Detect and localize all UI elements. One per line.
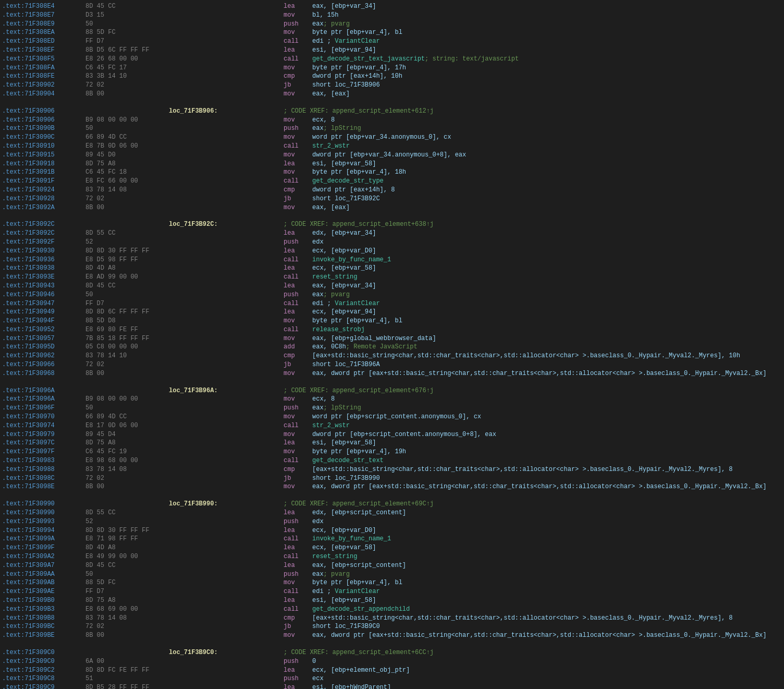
disasm-line[interactable]: .text:71F308E48D 45 CCleaeax, [ebp+var_3… [0, 2, 784, 11]
disasm-line[interactable]: .text:71F3091BC6 45 FC 18movbyte ptr [eb… [0, 168, 784, 177]
disasm-line[interactable]: .text:71F30952E8 69 80 FE FFcallrelease_… [0, 325, 784, 334]
disasm-line[interactable]: .text:71F3090C66 89 4D CCmovword ptr [eb… [0, 133, 784, 142]
disasm-line[interactable]: .text:71F309188D 75 A8leaesi, [ebp+var_5… [0, 160, 784, 168]
disasm-line[interactable]: .text:71F3097989 45 D4movdword ptr [ebp+… [0, 430, 784, 439]
disasm-line[interactable]: .text:71F3098883 78 14 08cmp[eax+std::ba… [0, 465, 784, 474]
disasm-line[interactable]: .text:71F309AEFF D7calledi ; VariantClea… [0, 587, 784, 596]
disasm-line[interactable]: .text:71F3099AE8 71 98 FF FFcallinvoke_b… [0, 535, 784, 543]
line-comment: ; pvarg [324, 291, 350, 298]
disasm-line[interactable]: .text:71F3096AB9 08 00 00 00movecx, 8 [0, 395, 784, 404]
disasm-line[interactable]: .text:71F3091589 45 D0movdword ptr [ebp+… [0, 151, 784, 160]
line-operands: eax; lpString [312, 124, 782, 133]
disasm-line[interactable]: .text:71F309AB88 5D FCmovbyte ptr [ebp+v… [0, 578, 784, 587]
line-addr: .text:71F30968 [2, 369, 85, 378]
disasm-line[interactable]: .text:71F309577B 85 18 FF FF FFmoveax, [… [0, 334, 784, 343]
disasm-line[interactable]: .text:71F308EDFF D7calledi ; VariantClea… [0, 37, 784, 46]
disasm-line[interactable]: .text:71F309C98D B5 28 FF FF FFleaesi, [… [0, 683, 784, 689]
disasm-line[interactable]: .text:71F3092872 02jbshort loc_71F3B92C [0, 195, 784, 203]
disasm-line[interactable] [0, 378, 784, 386]
disasm-line[interactable]: .text:71F30947FF D7calledi ; VariantClea… [0, 299, 784, 308]
disasm-line[interactable]: .text:71F309B3E8 68 69 00 00callget_deco… [0, 605, 784, 614]
disasm-line[interactable]: .text:71F3096Aloc_71F3B96A:; CODE XREF: … [0, 386, 784, 395]
line-bytes: 89 45 D0 [85, 151, 169, 160]
disasm-line[interactable]: .text:71F3098E8B 00moveax, dword ptr [ea… [0, 482, 784, 491]
disasm-line[interactable]: .text:71F3090272 02jbshort loc_71F3B906 [0, 81, 784, 90]
line-operands: get_decode_str_text_javascript; string: … [312, 55, 782, 64]
disasm-line[interactable]: .text:71F3093EE8 AD 99 00 00callreset_st… [0, 273, 784, 282]
disasm-line[interactable]: .text:71F309C06A 00push0 [0, 657, 784, 666]
disasm-line[interactable]: .text:71F3097C8D 75 A8leaesi, [ebp+var_5… [0, 439, 784, 448]
line-operands: bl, 15h [312, 11, 782, 20]
line-mnem: lea [284, 561, 312, 570]
disasm-line[interactable]: .text:71F309308D 8D 30 FF FF FFleaecx, [… [0, 247, 784, 256]
disasm-line[interactable]: .text:71F30910E8 7B 0D 06 00callstr_2_ws… [0, 142, 784, 151]
line-bytes: E8 7B 0D 06 00 [85, 142, 169, 151]
line-mnem: lea [284, 666, 312, 675]
disasm-line[interactable]: .text:71F3096283 78 14 10cmp[eax+std::ba… [0, 352, 784, 360]
disasm-line[interactable]: .text:71F309B883 78 14 08cmp[eax+std::ba… [0, 614, 784, 623]
line-operands: eax, [ebp+global_webbrowser_data] [312, 334, 782, 343]
disasm-line[interactable]: .text:71F309498D 8D 6C FF FF FFleaecx, [… [0, 308, 784, 317]
disasm-line[interactable]: .text:71F309388D 4D A8leaecx, [ebp+var_5… [0, 264, 784, 273]
disasm-line[interactable]: .text:71F3094650pusheax; pvarg [0, 291, 784, 299]
disasm-line[interactable] [0, 212, 784, 220]
disasm-line[interactable]: .text:71F3097066 89 4D CCmovword ptr [eb… [0, 413, 784, 421]
disasm-line[interactable]: .text:71F3096F50pusheax; lpString [0, 404, 784, 413]
disasm-line[interactable]: .text:71F309438D 45 CCleaeax, [ebp+var_3… [0, 282, 784, 291]
disasm-line[interactable]: .text:71F309C851pushecx [0, 674, 784, 683]
line-addr: .text:71F3096A [2, 395, 85, 404]
disasm-line[interactable]: .text:71F309A2E8 49 99 00 00callreset_st… [0, 552, 784, 561]
disasm-line[interactable]: .text:71F30906B9 08 00 00 00movecx, 8 [0, 116, 784, 125]
disasm-line[interactable]: .text:71F3095D05 C8 00 00 00addeax, 0C8h… [0, 343, 784, 352]
disasm-line[interactable]: .text:71F3090B50pusheax; lpString [0, 124, 784, 133]
disasm-line[interactable]: .text:71F309908D 55 CCleaedx, [ebp+scrip… [0, 509, 784, 517]
disasm-line[interactable]: .text:71F3097FC6 45 FC 19movbyte ptr [eb… [0, 448, 784, 456]
disasm-line[interactable]: .text:71F30983E8 98 68 00 00callget_deco… [0, 456, 784, 465]
line-operands: eax, dword ptr [eax+std::basic_string<ch… [312, 482, 782, 491]
disasm-line[interactable]: .text:71F308EF8B D5 6C FF FF FFleaesi, [… [0, 46, 784, 55]
line-addr: .text:71F30928 [2, 195, 85, 203]
disasm-line[interactable]: .text:71F309688B 00moveax, dword ptr [ea… [0, 369, 784, 378]
disasm-line[interactable] [0, 640, 784, 648]
disasm-line[interactable]: .text:71F30906loc_71F3B906:; CODE XREF: … [0, 107, 784, 116]
disasm-line[interactable]: .text:71F3099F8D 4D A8leaecx, [ebp+var_5… [0, 543, 784, 552]
line-addr: .text:71F309C8 [2, 674, 85, 683]
line-addr: .text:71F30915 [2, 151, 85, 160]
disasm-line[interactable]: .text:71F309BE8B 00moveax, dword ptr [ea… [0, 631, 784, 640]
disasm-line[interactable]: .text:71F308E950pusheax; pvarg [0, 20, 784, 29]
disasm-line[interactable]: .text:71F308FAC6 45 FC 17movbyte ptr [eb… [0, 64, 784, 72]
line-operands: ecx, [ebp+var_58] [312, 543, 782, 552]
disasm-line[interactable]: .text:71F308EA88 5D FCmovbyte ptr [ebp+v… [0, 28, 784, 37]
disasm-line[interactable]: .text:71F30936E8 D5 98 FF FFcallinvoke_b… [0, 256, 784, 264]
disasm-line[interactable]: .text:71F3092A8B 00moveax, [eax] [0, 203, 784, 212]
disasm-line[interactable]: .text:71F309B08D 75 A8leaesi, [ebp+var_5… [0, 596, 784, 605]
line-addr: .text:71F309BE [2, 631, 85, 640]
disasm-line[interactable]: .text:71F309948D 8D 30 FF FF FFleaecx, [… [0, 526, 784, 535]
disasm-line[interactable]: .text:71F3094F8B 5D D8movbyte ptr [ebp+v… [0, 317, 784, 325]
disasm-line[interactable]: .text:71F309AA50pusheax; pvarg [0, 570, 784, 579]
disasm-line[interactable]: .text:71F3092Cloc_71F3B92C:; CODE XREF: … [0, 220, 784, 229]
disasm-line[interactable]: .text:71F309048B 00moveax, [eax] [0, 90, 784, 99]
disasm-line[interactable]: .text:71F308FE83 3B 14 10cmpdword ptr [e… [0, 72, 784, 81]
disasm-line[interactable]: .text:71F309C28D 8D FC FE FF FFleaecx, [… [0, 666, 784, 675]
disasm-line[interactable]: .text:71F3098C72 02jbshort loc_71F3B990 [0, 474, 784, 483]
disasm-line[interactable]: .text:71F30990loc_71F3B990:; CODE XREF: … [0, 500, 784, 509]
disasm-line[interactable]: .text:71F3099352pushedx [0, 517, 784, 526]
line-bytes: 52 [85, 517, 169, 526]
disasm-line[interactable]: .text:71F308F5E8 26 68 00 00callget_deco… [0, 55, 784, 64]
disasm-line[interactable]: .text:71F308E7D3 15movbl, 15h [0, 11, 784, 20]
disasm-line[interactable]: .text:71F3092F52pushedx [0, 238, 784, 247]
disasm-line[interactable] [0, 99, 784, 107]
disasm-line[interactable]: .text:71F309A78D 45 CCleaeax, [ebp+scrip… [0, 561, 784, 570]
line-mnem: lea [284, 247, 312, 256]
line-bytes: 8B 00 [85, 631, 169, 640]
disasm-line[interactable] [0, 491, 784, 500]
disasm-line[interactable]: .text:71F3092483 78 14 08cmpdword ptr [e… [0, 186, 784, 195]
disasm-line[interactable]: .text:71F3091FE8 FC 66 00 00callget_deco… [0, 177, 784, 186]
disasm-line[interactable]: .text:71F3092C8D 55 CCleaedx, [ebp+var_3… [0, 229, 784, 238]
disasm-line[interactable]: .text:71F309C0loc_71F3B9C0:; CODE XREF: … [0, 648, 784, 657]
disasm-line[interactable]: .text:71F309BC72 02jbshort loc_71F3B9C0 [0, 622, 784, 631]
line-comment: ; pvarg [324, 571, 350, 578]
disasm-line[interactable]: .text:71F30974E8 17 0D 06 00callstr_2_ws… [0, 421, 784, 430]
disasm-line[interactable]: .text:71F3096672 02jbshort loc_71F3B96A [0, 360, 784, 369]
